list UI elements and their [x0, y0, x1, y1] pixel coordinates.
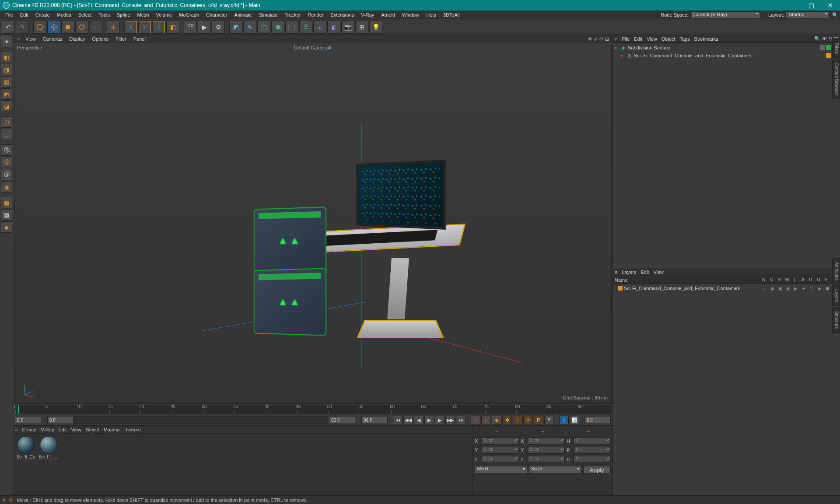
viewport-burger-icon[interactable]: ≡ — [15, 36, 22, 42]
camera-button[interactable]: 📷 — [341, 21, 354, 34]
timeline-right-input[interactable] — [584, 416, 611, 424]
edge-tab-takes[interactable]: Takes — [832, 38, 840, 58]
coord-apply-button[interactable]: Apply — [583, 466, 611, 474]
viewport-pan-icon[interactable]: ✥ — [588, 36, 592, 42]
viewport-menu-options[interactable]: Options — [88, 36, 112, 42]
rotate-tool-button[interactable] — [75, 21, 88, 34]
next-key-button[interactable]: ▶▶ — [445, 416, 455, 424]
last-tool-button[interactable]: ⋯ — [89, 21, 102, 34]
timeline-end-preview-input[interactable] — [329, 416, 355, 424]
material-slot[interactable]: Sci_fi_Co — [16, 436, 36, 459]
primitive-cube-button[interactable]: ◩ — [229, 21, 242, 34]
viewport-toggle-icon[interactable]: ⊞ — [605, 36, 609, 42]
menu-file[interactable]: File — [2, 10, 17, 19]
menu-edit[interactable]: Edit — [17, 10, 32, 19]
mat-menu-view[interactable]: View — [71, 427, 81, 432]
viewport-menu-view[interactable]: View — [22, 36, 39, 42]
burger-icon[interactable]: ≡ — [615, 270, 617, 275]
render-pictureviewer-button[interactable]: ▶ — [198, 21, 211, 34]
burger-icon[interactable]: ≡ — [3, 497, 5, 503]
viewport-menu-cameras[interactable]: Cameras — [39, 36, 66, 42]
objmgr-eye-icon[interactable]: 👁 — [822, 36, 827, 42]
object-tree[interactable]: ▸ ◉ Subdivision Surface ▸ ◎ Sci_Fi_Comma… — [613, 43, 840, 268]
size-x-input[interactable]: 0 cm▴▾ — [528, 438, 565, 444]
rot-b-input[interactable]: 0 °▴▾ — [574, 456, 611, 463]
axis-mode-button[interactable]: ◪ — [1, 101, 12, 112]
objmgr-menu-tags[interactable]: Tags — [680, 36, 690, 42]
timeline-dopesheet-button[interactable]: 📊 — [570, 416, 579, 424]
layout-dropdown[interactable]: Startup — [786, 11, 830, 18]
snap-settings-button[interactable]: Ⓢ — [1, 157, 12, 168]
rot-p-input[interactable]: 0 °▴▾ — [574, 447, 611, 454]
layer-manager-toggle[interactable]: ▣ — [784, 286, 792, 291]
mat-menu-material[interactable]: Material — [104, 427, 121, 432]
field-button[interactable]: ◐ — [327, 21, 340, 34]
key-param-button[interactable]: P — [534, 416, 543, 424]
menu-spline[interactable]: Spline — [113, 10, 134, 19]
pos-x-input[interactable]: 0 cm▴▾ — [482, 438, 519, 444]
objmgr-menu-edit[interactable]: Edit — [634, 36, 642, 42]
make-editable-button[interactable]: ✦ — [1, 36, 12, 47]
solo-button[interactable]: ▦ — [1, 197, 12, 208]
menu-modes[interactable]: Modes — [53, 10, 75, 19]
material-slot[interactable]: Sci_Fi_Co — [38, 436, 59, 459]
goto-end-button[interactable]: ⏭ — [456, 416, 466, 424]
menu-mesh[interactable]: Mesh — [134, 10, 153, 19]
objmgr-filter-icon[interactable]: ▽ — [829, 36, 832, 42]
objmgr-menu-object[interactable]: Object — [662, 36, 676, 42]
layer-row[interactable]: Sci-Fi_Command_Console_and_Futuristic_Co… — [614, 285, 839, 292]
coord-space-dropdown[interactable]: World — [475, 466, 527, 474]
mat-menu-edit[interactable]: Edit — [58, 427, 66, 432]
menu-select[interactable]: Select — [75, 10, 95, 19]
move-tool-button[interactable] — [47, 21, 60, 34]
viewport-solo-button[interactable]: ▩ — [1, 209, 12, 220]
render-settings-button[interactable]: ⚙ — [212, 21, 225, 34]
layer-color-swatch[interactable] — [618, 286, 623, 290]
menu-tools[interactable]: Tools — [95, 10, 113, 19]
live-select-button[interactable] — [33, 21, 46, 34]
keyframe-sel-button[interactable]: ◆ — [492, 416, 501, 424]
quantize-button[interactable]: ◉ — [1, 181, 12, 192]
layer-def-toggle[interactable]: ◆ — [816, 286, 823, 291]
objmgr-menu-file[interactable]: File — [622, 36, 630, 42]
key-scale-button[interactable]: ▫ — [513, 416, 522, 424]
timeline-start-input[interactable] — [15, 416, 41, 424]
menu-extensions[interactable]: Extensions — [327, 10, 357, 19]
render-view-button[interactable]: 🎬 — [184, 21, 197, 34]
3d-viewport[interactable]: Perspective Default Camera✻ Grid Spacing… — [14, 44, 612, 402]
place-tool-button[interactable]: ✛ — [107, 21, 120, 34]
edge-mode-button[interactable]: ∟ — [1, 129, 12, 140]
array-button[interactable]: ⋮⋮ — [285, 21, 298, 34]
texture-mode-button[interactable]: ◨ — [1, 64, 12, 75]
pen-tool-button[interactable]: ✎ — [243, 21, 256, 34]
key-pos-button[interactable]: ✥ — [502, 416, 512, 424]
play-button[interactable]: ▶ — [424, 416, 434, 424]
layer-solo-toggle[interactable]: ○ — [760, 286, 768, 291]
x-axis-button[interactable]: X — [124, 21, 137, 34]
object-row[interactable]: ▸ ◉ Subdivision Surface — [614, 44, 839, 52]
layer-expr-toggle[interactable]: ⬢ — [823, 286, 831, 291]
window-minimize-button[interactable]: — — [782, 0, 802, 10]
viewport-menu-filter[interactable]: Filter — [112, 36, 130, 42]
y-axis-button[interactable]: Y — [138, 21, 151, 34]
menu-help[interactable]: Help — [423, 10, 440, 19]
menu-vray[interactable]: V-Ray — [357, 10, 378, 19]
workplane-button[interactable]: ▥ — [1, 76, 12, 88]
layout-search-icon[interactable]: 🔍 — [832, 12, 838, 18]
menu-simulate[interactable]: Simulate — [256, 10, 281, 19]
layer-tag-icon[interactable] — [820, 45, 825, 50]
size-y-input[interactable]: 0 cm▴▾ — [528, 447, 565, 454]
edge-tab-attributes[interactable]: Attributes — [832, 258, 840, 284]
menu-character[interactable]: Character — [203, 10, 231, 19]
viewport-menu-display[interactable]: Display — [66, 36, 88, 42]
menu-render[interactable]: Render — [304, 10, 327, 19]
layer-gen-toggle[interactable]: ⬡ — [808, 286, 816, 291]
layer-view-toggle[interactable]: ▣ — [768, 286, 776, 291]
prev-key-button[interactable]: ◀◀ — [403, 416, 413, 424]
viewport-menu-panel[interactable]: Panel — [130, 36, 149, 42]
layers-menu-layers[interactable]: Layers — [622, 270, 636, 275]
menu-animate[interactable]: Animate — [231, 10, 255, 19]
layer-render-toggle[interactable]: ▣ — [776, 286, 784, 291]
locked-workplane-button[interactable]: ◆ — [1, 221, 12, 233]
menu-mograph[interactable]: MoGraph — [175, 10, 203, 19]
